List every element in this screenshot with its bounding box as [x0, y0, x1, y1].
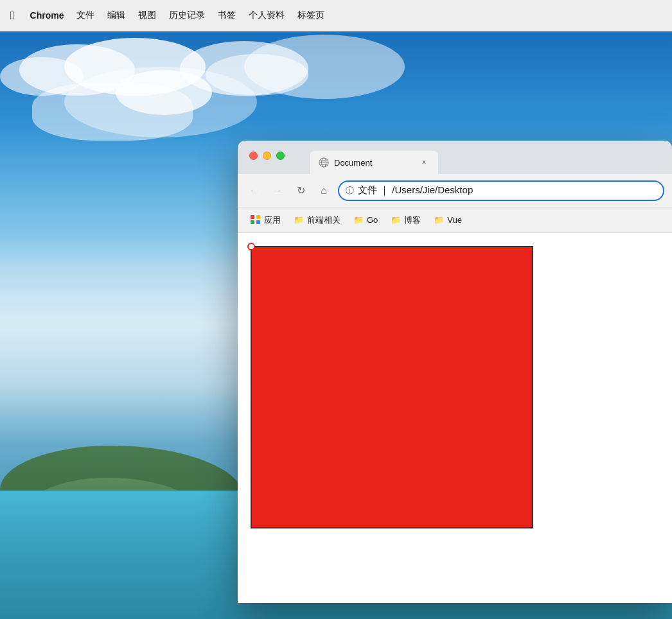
folder-icon-4: 📁	[434, 215, 444, 225]
bookmark-vue-label: Vue	[447, 215, 462, 225]
desktop-background: Document × ← → ↻ ⌂ ⓘ 文件 ｜	[0, 31, 672, 619]
menubar-tabs[interactable]: 标签页	[297, 10, 324, 21]
back-icon: ←	[249, 185, 260, 196]
traffic-lights	[249, 152, 285, 160]
tab-title: Document	[334, 158, 414, 168]
menubar-file[interactable]: 文件	[76, 10, 94, 21]
folder-icon-2: 📁	[353, 215, 364, 225]
forward-button[interactable]: →	[269, 182, 287, 200]
bookmark-blog[interactable]: 📁 博客	[385, 212, 426, 229]
address-protocol: 文件	[358, 184, 377, 195]
apple-menu[interactable]: 	[10, 9, 15, 22]
red-rectangle	[251, 246, 533, 528]
minimize-button[interactable]	[263, 152, 271, 160]
bookmark-blog-label: 博客	[404, 214, 421, 226]
address-text: 文件 ｜ /Users/Jie/Desktop	[358, 184, 657, 196]
browser-tab[interactable]: Document ×	[310, 151, 438, 174]
tab-favicon	[319, 157, 329, 168]
bookmark-go[interactable]: 📁 Go	[348, 213, 383, 227]
tab-bar: Document ×	[238, 141, 672, 174]
page-content	[238, 233, 672, 603]
bookmarks-bar: 应用 📁 前端相关 📁 Go 📁 博客 📁 Vue	[238, 207, 672, 233]
home-button[interactable]: ⌂	[315, 182, 333, 200]
menubar:  Chrome 文件 编辑 视图 历史记录 书签 个人资料 标签页	[0, 0, 672, 31]
folder-icon-3: 📁	[391, 215, 401, 225]
bookmark-frontend-label: 前端相关	[307, 214, 340, 226]
browser-window: Document × ← → ↻ ⌂ ⓘ 文件 ｜	[238, 141, 672, 603]
close-button[interactable]	[249, 152, 258, 160]
address-separator: ｜	[380, 184, 392, 195]
folder-icon-1: 📁	[294, 215, 304, 225]
maximize-button[interactable]	[276, 152, 285, 160]
menubar-chrome[interactable]: Chrome	[30, 10, 64, 21]
forward-icon: →	[272, 185, 283, 196]
bookmark-go-label: Go	[367, 215, 378, 225]
menubar-bookmarks[interactable]: 书签	[218, 10, 236, 21]
bookmark-apps[interactable]: 应用	[245, 212, 286, 229]
menubar-profile[interactable]: 个人资料	[249, 10, 285, 21]
bookmark-frontend[interactable]: 📁 前端相关	[288, 212, 346, 229]
reload-button[interactable]: ↻	[292, 182, 310, 200]
info-icon: ⓘ	[346, 185, 354, 196]
toolbar: ← → ↻ ⌂ ⓘ 文件 ｜ /Users/Jie/Desktop	[238, 174, 672, 207]
back-button[interactable]: ←	[245, 182, 263, 200]
reload-icon: ↻	[297, 184, 305, 196]
resize-handle[interactable]	[247, 243, 255, 250]
bookmark-apps-label: 应用	[264, 214, 281, 226]
bookmark-vue[interactable]: 📁 Vue	[429, 213, 467, 227]
apps-grid-icon	[251, 215, 261, 225]
menubar-edit[interactable]: 编辑	[107, 10, 125, 21]
tab-close-button[interactable]: ×	[419, 157, 429, 168]
address-bar[interactable]: ⓘ 文件 ｜ /Users/Jie/Desktop	[338, 180, 664, 201]
menubar-history[interactable]: 历史记录	[169, 10, 205, 21]
menubar-view[interactable]: 视图	[138, 10, 156, 21]
address-path: /Users/Jie/Desktop	[392, 184, 473, 195]
home-icon: ⌂	[321, 185, 327, 196]
red-rect-container	[251, 246, 533, 528]
